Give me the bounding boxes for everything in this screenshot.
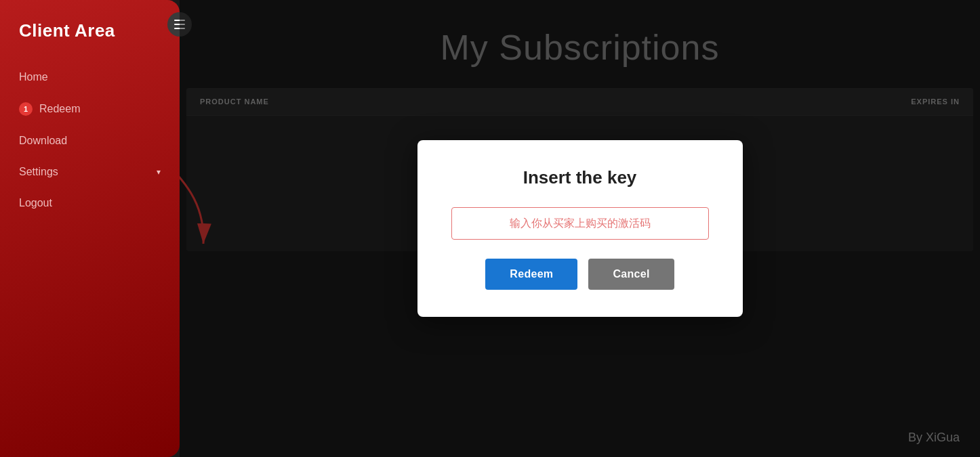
modal-buttons: Redeem Cancel <box>485 259 674 290</box>
redeem-button[interactable]: Redeem <box>485 259 577 290</box>
sidebar-item-label: Logout <box>19 197 52 209</box>
insert-key-modal: Insert the key Redeem Cancel <box>417 140 743 317</box>
sidebar-item-label: Download <box>19 135 67 147</box>
redeem-badge: 1 <box>19 102 33 116</box>
sidebar-title: Client Area <box>0 20 180 62</box>
sidebar-item-label: Home <box>19 71 48 83</box>
sidebar-item-label: Redeem <box>39 103 80 115</box>
sidebar-nav: Home 1 Redeem Download Settings ▾ Logout <box>0 62 180 219</box>
sidebar: Client Area Home 1 Redeem Download Setti… <box>0 0 180 457</box>
chevron-down-icon: ▾ <box>157 167 161 177</box>
cancel-button[interactable]: Cancel <box>588 259 674 290</box>
modal-title: Insert the key <box>523 167 637 188</box>
sidebar-item-download[interactable]: Download <box>0 125 180 156</box>
sidebar-item-settings[interactable]: Settings ▾ <box>0 156 180 188</box>
key-input[interactable] <box>451 207 709 240</box>
sidebar-item-home[interactable]: Home <box>0 62 180 93</box>
modal-overlay: Insert the key Redeem Cancel <box>180 0 980 457</box>
main-content: My Subscriptions PRODUCT NAME EXPIRES IN… <box>180 0 980 457</box>
sidebar-item-logout[interactable]: Logout <box>0 188 180 219</box>
sidebar-item-redeem[interactable]: 1 Redeem <box>0 93 180 125</box>
sidebar-item-label: Settings <box>19 166 58 178</box>
